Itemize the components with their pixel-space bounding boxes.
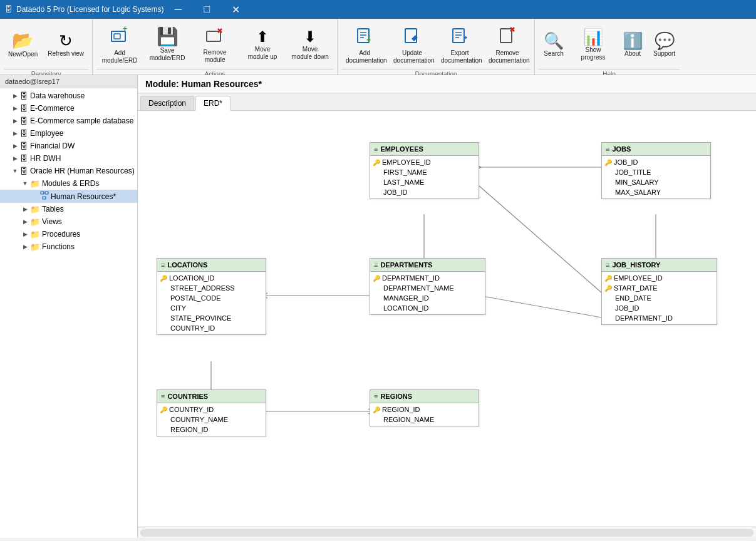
field-name: CITY [170, 304, 186, 312]
refresh-view-button[interactable]: ↻ Refresh view [43, 21, 88, 69]
tree-label: Modules & ERDs [42, 179, 99, 188]
db-icon: 🗄 [20, 167, 28, 176]
tree-label: Employee [30, 129, 63, 138]
move-down-icon: ⬇ [304, 29, 316, 44]
table-icon: ≡ [374, 261, 378, 269]
sidebar-item-procedures[interactable]: ▶ 📁 Procedures [0, 228, 137, 240]
folder-icon: 📁 [30, 179, 40, 188]
departments-field-0: 🔑 DEPARTMENT_ID [370, 273, 485, 283]
erd-table-regions[interactable]: ≡ REGIONS 🔑 REGION_ID REGION_NAME [370, 389, 479, 426]
show-progress-button[interactable]: 📊 Show progress [570, 21, 616, 69]
sidebar-item-human-resources[interactable]: Human Resources* [0, 190, 137, 203]
regions-field-1: REGION_NAME [370, 415, 479, 425]
field-name: LOCATION_ID [169, 274, 215, 282]
expand-icon: ▶ [10, 116, 20, 126]
sidebar-item-employee[interactable]: ▶ 🗄 Employee [0, 127, 137, 140]
support-label: Support [653, 50, 675, 58]
move-down-label: Move module down [291, 46, 329, 61]
countries-title: COUNTRIES [167, 393, 208, 400]
locations-field-3: CITY [157, 303, 266, 313]
sidebar-tree[interactable]: ▶ 🗄 Data warehouse ▶ 🗄 E-Commerce ▶ 🗄 E-… [0, 88, 137, 538]
sidebar-item-views[interactable]: ▶ 📁 Views [0, 215, 137, 228]
erd-table-job-history[interactable]: ≡ JOB_HISTORY 🔑 EMPLOYEE_ID 🔑 START_DATE… [601, 258, 717, 325]
save-module-button[interactable]: 💾 Save module/ERD [144, 21, 190, 69]
erd-table-departments[interactable]: ≡ DEPARTMENTS 🔑 DEPARTMENT_ID DEPARTMENT… [370, 258, 485, 315]
erd-table-jobs[interactable]: ≡ JOBS 🔑 JOB_ID JOB_TITLE MIN_SALARY [601, 142, 711, 199]
remove-doc-label: Remove documentation [489, 49, 526, 64]
job-history-header: ≡ JOB_HISTORY [602, 259, 717, 272]
erd-canvas[interactable]: ≡ EMPLOYEES 🔑 EMPLOYEE_ID FIRST_NAME LAS… [138, 111, 756, 527]
tree-label: Oracle HR (Human Resources) [30, 167, 135, 175]
jobs-field-0: 🔑 JOB_ID [602, 157, 710, 167]
module-title: Module: Human Resources* [138, 75, 756, 93]
sidebar-item-oracle-hr[interactable]: ▼ 🗄 Oracle HR (Human Resources) [0, 165, 137, 177]
field-name: START_DATE [614, 284, 658, 292]
field-name: EMPLOYEE_ID [614, 274, 663, 282]
jobs-field-2: MIN_SALARY [602, 177, 710, 187]
expand-icon: ▶ [10, 103, 20, 113]
sidebar-item-modules-erds[interactable]: ▼ 📁 Modules & ERDs [0, 177, 137, 190]
employees-header: ≡ EMPLOYEES [370, 143, 479, 156]
key-icon: 🔑 [373, 159, 380, 166]
move-down-button[interactable]: ⬇ Move module down [287, 21, 333, 69]
erd-table-employees[interactable]: ≡ EMPLOYEES 🔑 EMPLOYEE_ID FIRST_NAME LAS… [370, 142, 479, 199]
jobs-header: ≡ JOBS [602, 143, 710, 156]
search-button[interactable]: 🔍 Search [539, 21, 569, 69]
locations-field-4: STATE_PROVINCE [157, 313, 266, 323]
db-icon: 🗄 [20, 129, 28, 138]
jobs-title: JOBS [612, 145, 631, 153]
job-history-field-0: 🔑 EMPLOYEE_ID [602, 273, 717, 283]
sidebar-item-functions[interactable]: ▶ 📁 Functions [0, 240, 137, 253]
erd-table-locations[interactable]: ≡ LOCATIONS 🔑 LOCATION_ID STREET_ADDRESS… [157, 258, 266, 335]
toolbar-group-help: 🔍 Search 📊 Show progress ℹ️ About 💬 Supp… [535, 19, 683, 75]
close-button[interactable]: ✕ [221, 0, 250, 19]
countries-header: ≡ COUNTRIES [157, 390, 266, 403]
remove-doc-button[interactable]: Remove documentation [484, 21, 531, 69]
job-history-title: JOB_HISTORY [612, 261, 660, 269]
table-icon: ≡ [374, 145, 378, 153]
tree-label: HR DWH [30, 154, 61, 163]
export-doc-button[interactable]: Export documentation [437, 21, 483, 69]
sidebar-item-hr-dwh[interactable]: ▶ 🗄 HR DWH [0, 152, 137, 165]
regions-body: 🔑 REGION_ID REGION_NAME [370, 403, 479, 426]
sidebar-item-financial-dw[interactable]: ▶ 🗄 Financial DW [0, 140, 137, 152]
tab-erd[interactable]: ERD* [195, 96, 230, 111]
move-up-button[interactable]: ⬆ Move module up [239, 21, 286, 69]
departments-header: ≡ DEPARTMENTS [370, 259, 485, 272]
job-history-field-2: END_DATE [602, 293, 717, 303]
tree-label: Human Resources* [51, 192, 116, 201]
tab-bar: Description ERD* [138, 93, 756, 111]
support-button[interactable]: 💬 Support [649, 21, 680, 69]
locations-field-2: POSTAL_CODE [157, 293, 266, 303]
maximize-button[interactable]: □ [192, 0, 221, 19]
new-open-button[interactable]: 📂 New/Open [4, 21, 42, 69]
update-doc-button[interactable]: Update documentation [389, 21, 435, 69]
folder-icon: 📁 [30, 205, 40, 214]
countries-field-1: COUNTRY_NAME [157, 415, 266, 425]
remove-doc-icon [498, 26, 517, 48]
about-button[interactable]: ℹ️ About [618, 21, 648, 69]
minimize-button[interactable]: ─ [163, 0, 192, 19]
new-open-icon: 📂 [12, 32, 34, 49]
sidebar-item-data-warehouse[interactable]: ▶ 🗄 Data warehouse [0, 90, 137, 102]
remove-module-button[interactable]: Remove module [192, 21, 238, 69]
field-name: COUNTRY_NAME [170, 416, 228, 423]
tab-description[interactable]: Description [140, 96, 194, 110]
toolbar-group-actions: + Add module/ERD 💾 Save module/ERD Remov [93, 19, 338, 75]
job-history-field-4: DEPARTMENT_ID [602, 313, 717, 323]
folder-icon: 📁 [30, 217, 40, 227]
field-name: MAX_SALARY [615, 188, 661, 196]
field-name: DEPARTMENT_ID [382, 274, 440, 282]
sidebar-item-tables[interactable]: ▶ 📁 Tables [0, 203, 137, 215]
field-name: DEPARTMENT_NAME [383, 284, 454, 292]
new-open-label: New/Open [8, 51, 38, 58]
horizontal-scrollbar[interactable] [140, 529, 753, 537]
sidebar-item-ecommerce[interactable]: ▶ 🗄 E-Commerce [0, 102, 137, 115]
add-doc-button[interactable]: + Add documentation [341, 21, 388, 69]
add-module-button[interactable]: + Add module/ERD [96, 21, 143, 69]
erd-table-countries[interactable]: ≡ COUNTRIES 🔑 COUNTRY_ID COUNTRY_NAME RE… [157, 389, 266, 436]
expand-icon: ▶ [10, 91, 20, 101]
field-name: COUNTRY_ID [169, 406, 214, 413]
expand-icon: ▶ [10, 128, 20, 138]
sidebar-item-ecommerce-sample[interactable]: ▶ 🗄 E-Commerce sample database [0, 115, 137, 127]
